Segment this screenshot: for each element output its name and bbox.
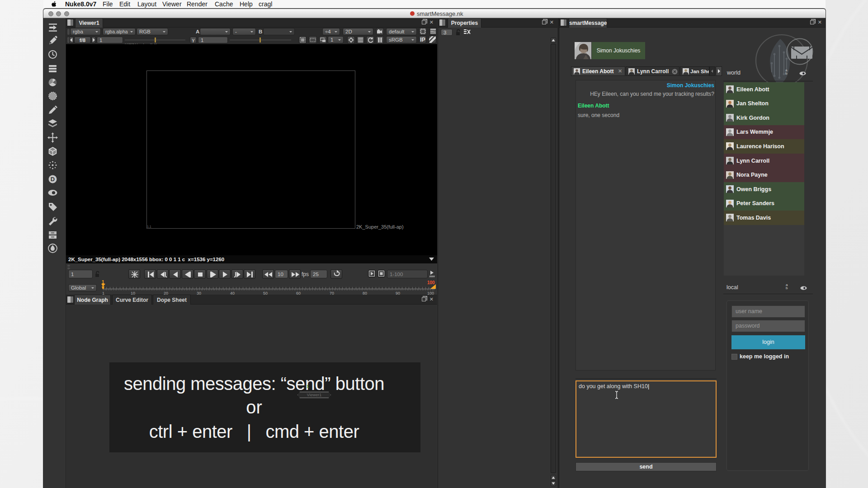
svg-text:D: D	[51, 176, 55, 183]
